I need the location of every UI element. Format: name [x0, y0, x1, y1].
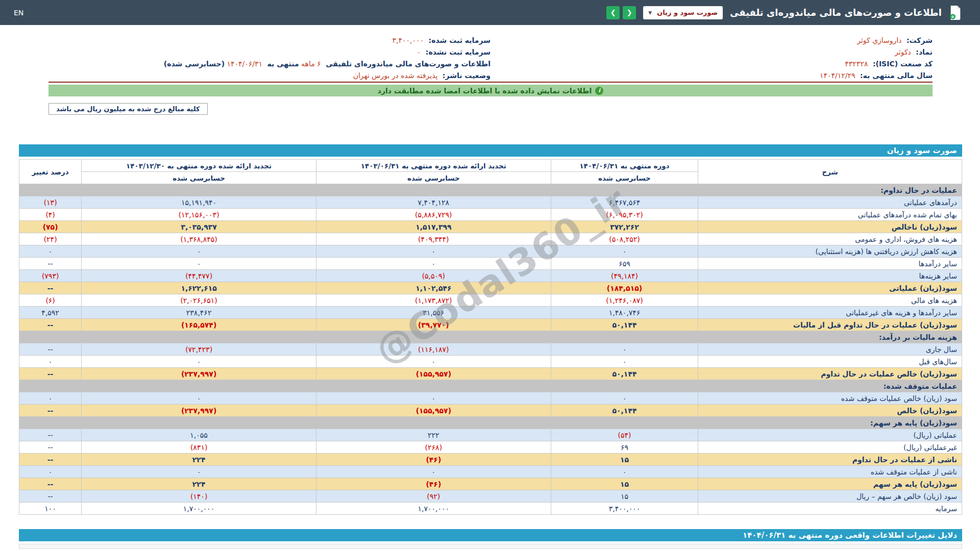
section-header-row: عملیات در حال تداوم: — [19, 184, 962, 196]
row-value-p2: (۵,۸۸۶,۷۲۹) — [316, 209, 551, 221]
row-value-p3: ۲۲۴ — [82, 478, 316, 490]
row-value-p1: ۰ — [551, 392, 698, 405]
data-row: سود (زیان) خالص هر سهم – ریال۱۵(۹۲)(۱۴۰)… — [19, 490, 962, 503]
page-title: اطلاعات و صورت‌های مالی میاندوره‌ای تلفی… — [730, 7, 942, 18]
row-value-p2: (۴۰۹,۳۴۴) — [316, 233, 551, 245]
row-value-change: -- — [19, 368, 82, 380]
row-value-p3: ۱,۶۲۲,۶۱۵ — [82, 282, 316, 294]
row-value-change: (۷۹۳) — [19, 270, 82, 282]
row-value-p1: ۱۵ — [551, 454, 698, 466]
prev-statement-button[interactable]: ❮ — [623, 6, 636, 19]
period-date: ۱۴۰۴/۰۶/۳۱ — [227, 60, 262, 68]
row-label: سرمایه — [698, 503, 962, 515]
row-value-p3: ۱۵,۱۹۱,۹۴۰ — [82, 196, 316, 209]
publisher-status-cell: وضعیت ناشر: پذیرفته شده در بورس تهران — [48, 70, 491, 82]
row-label: درآمدهای عملیاتی — [698, 196, 962, 209]
row-label: ناشی از عملیات در حال تداوم — [698, 454, 962, 466]
row-value-p3: (۸۳۱) — [82, 441, 316, 454]
statement-select-dropdown[interactable]: صورت سود و زیان ▼ — [643, 6, 723, 19]
row-value-p2: ۱,۷۰۰,۰۰۰ — [316, 503, 551, 515]
row-value-p3: (۲,۰۲۶,۶۵۱) — [82, 294, 316, 307]
row-value-change: -- — [19, 282, 82, 294]
registered-capital-cell: سرمایه ثبت شده: ۳,۴۰۰,۰۰۰ — [48, 35, 491, 46]
row-value-change: ۰ — [19, 245, 82, 258]
row-value-change: -- — [19, 490, 82, 503]
row-label: بهای تمام شده درآمدهای عملیاتی — [698, 209, 962, 221]
statement-select-value: صورت سود و زیان — [657, 9, 718, 16]
row-value-p1: ۵۰,۱۴۴ — [551, 368, 698, 380]
subheader-audited-1: حسابرسی شده — [551, 172, 698, 184]
unregistered-capital-cell: سرمایه ثبت نشده: ۰ — [48, 46, 491, 58]
row-value-p2: ۱,۵۱۷,۳۹۹ — [316, 221, 551, 233]
row-value-p2: (۵,۵۰۹) — [316, 270, 551, 282]
row-value-p1: ۱,۴۸۰,۷۴۶ — [551, 307, 698, 319]
profit-loss-table: شرح دوره منتهی به ۱۴۰۴/۰۶/۳۱ تجدید ارائه… — [19, 159, 962, 515]
registered-capital-value: ۳,۴۰۰,۰۰۰ — [393, 36, 424, 44]
data-row: هزینه کاهش ارزش دریافتنی ها (هزینه استثن… — [19, 245, 962, 258]
row-value-p2: ۰ — [316, 466, 551, 478]
row-value-p2: ۰ — [316, 356, 551, 368]
data-row: عملیاتی (ریال)(۵۴)۲۲۲۱,۰۵۵-- — [19, 429, 962, 441]
row-value-p1: (۱,۲۴۶,۰۸۷) — [551, 294, 698, 307]
statement-nav: ❮ ❯ — [606, 6, 636, 19]
row-label: سود (زیان) خالص عملیات متوقف شده — [698, 392, 962, 405]
row-value-p1: ۰ — [551, 245, 698, 258]
language-toggle-en[interactable]: EN — [14, 9, 23, 17]
top-bar: اطلاعات و صورت‌های مالی میاندوره‌ای تلفی… — [0, 0, 980, 25]
row-label: سود(زیان) عملیات در حال تداوم قبل از مال… — [698, 319, 962, 331]
data-row: غیرعملیاتی (ریال)۶۹(۲۶۸)(۸۳۱)-- — [19, 441, 962, 454]
row-value-p2: ۲۲۲ — [316, 429, 551, 441]
row-label: سود(زیان) خالص عملیات در حال تداوم — [698, 368, 962, 380]
info-icon: i — [595, 87, 603, 95]
row-value-change: (۲۴) — [19, 233, 82, 245]
publisher-status-label: وضعیت ناشر: — [443, 71, 491, 80]
row-label: سال‌های قبل — [698, 356, 962, 368]
row-value-change: (۶) — [19, 294, 82, 307]
row-value-p1: (۶,۰۹۵,۳۰۲) — [551, 209, 698, 221]
row-value-p3: (۱,۳۶۸,۸۴۵) — [82, 233, 316, 245]
header-period-2: تجدید ارائه شده دوره منتهی به ۱۴۰۳/۰۶/۳۱ — [316, 160, 551, 172]
company-info-table: شرکت: داروسازي کوثر سرمایه ثبت شده: ۳,۴۰… — [48, 35, 933, 83]
header-period-1: دوره منتهی به ۱۴۰۴/۰۶/۳۱ — [551, 160, 698, 172]
row-value-p2: (۱۵۵,۹۵۷) — [316, 368, 551, 380]
next-statement-button[interactable]: ❯ — [606, 6, 620, 19]
row-value-p3: ۲۳۸,۴۶۲ — [82, 307, 316, 319]
row-value-p1: ۶۵۹ — [551, 258, 698, 270]
row-label: سایر هزینه‌ها — [698, 270, 962, 282]
data-row: بهای تمام شده درآمدهای عملیاتی(۶,۰۹۵,۳۰۲… — [19, 209, 962, 221]
row-value-p1: ۳۷۲,۲۶۲ — [551, 221, 698, 233]
data-row: ناشی از عملیات متوقف شده۰۰۰۰ — [19, 466, 962, 478]
row-value-p3: (۲۳۷,۹۹۷) — [82, 405, 316, 417]
period-text-2: منتهی به — [267, 60, 299, 68]
header-period-3: تجدید ارائه شده دوره منتهی به ۱۴۰۳/۱۲/۳۰ — [82, 160, 316, 172]
row-value-p3: ۱,۰۵۵ — [82, 429, 316, 441]
row-value-change: ۰ — [19, 466, 82, 478]
row-value-p3: ۰ — [82, 258, 316, 270]
row-value-p2: (۲۶۸) — [316, 441, 551, 454]
changes-section: دلایل تغییرات اطلاعات واقعی دوره منتهی ب… — [19, 529, 962, 549]
row-value-change: -- — [19, 405, 82, 417]
data-row: درآمدهای عملیاتی۶,۴۶۷,۵۶۴۷,۴۰۴,۱۲۸۱۵,۱۹۱… — [19, 196, 962, 209]
row-label: سود(زیان) پایه هر سهم — [698, 478, 962, 490]
period-info-cell: اطلاعات و صورت‌های مالی میاندوره‌ای تلفی… — [48, 58, 491, 70]
signed-notice-banner: i اطلاعات نمایش داده شده با اطلاعات امضا… — [48, 85, 933, 96]
row-value-change: ۴,۵۹۲ — [19, 307, 82, 319]
data-row: سایر درآمدها و هزینه های غیرعملیاتی۱,۴۸۰… — [19, 307, 962, 319]
row-value-change: -- — [19, 258, 82, 270]
row-value-change: -- — [19, 478, 82, 490]
row-value-p2: (۱,۱۷۳,۸۷۲) — [316, 294, 551, 307]
company-label: شرکت: — [906, 36, 933, 44]
row-value-change: (۱۳) — [19, 196, 82, 209]
info-row: شرکت: داروسازي کوثر سرمایه ثبت شده: ۳,۴۰… — [48, 35, 933, 46]
export-icon[interactable] — [949, 6, 962, 20]
row-value-p1: (۵۴) — [551, 429, 698, 441]
row-value-change: (۴) — [19, 209, 82, 221]
row-value-change: ۰ — [19, 392, 82, 405]
signed-notice-text: اطلاعات نمایش داده شده با اطلاعات امضا ش… — [378, 87, 592, 95]
row-value-change: ۰ — [19, 356, 82, 368]
cutoff-table-row — [19, 544, 962, 549]
row-value-p3: (۷۲,۴۲۳) — [82, 343, 316, 356]
row-value-p1: ۱۵ — [551, 490, 698, 503]
row-value-p2: ۰ — [316, 258, 551, 270]
row-label: هزینه کاهش ارزش دریافتنی ها (هزینه استثن… — [698, 245, 962, 258]
